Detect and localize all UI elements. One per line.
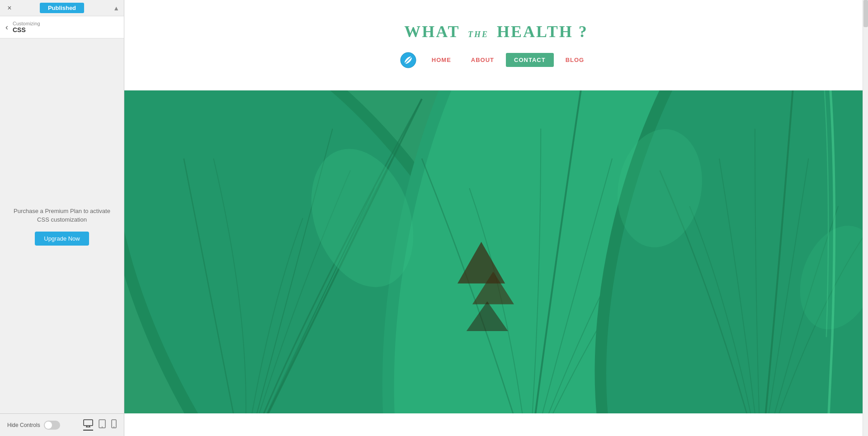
nav-about[interactable]: ABOUT xyxy=(463,53,502,67)
nav-home[interactable]: HOME xyxy=(424,53,459,67)
back-button[interactable]: ‹ xyxy=(5,23,8,32)
mobile-view-button[interactable] xyxy=(111,419,117,431)
logo-health: Health xyxy=(497,23,573,41)
customizing-info: Customizing CSS xyxy=(13,21,40,33)
scrollbar[interactable] xyxy=(863,0,868,436)
site-header: What the Health ? HOME ABOUT CONTACT BLO… xyxy=(124,0,868,90)
premium-message: Purchase a Premium Plan to activate CSS … xyxy=(9,207,115,224)
nav-bar: HOME ABOUT CONTACT BLOG xyxy=(400,52,592,68)
customizing-section: ‹ Customizing CSS xyxy=(0,16,124,38)
css-label: CSS xyxy=(13,26,40,33)
logo-question: ? xyxy=(579,23,588,41)
device-icons xyxy=(83,419,117,431)
preview-area: What the Health ? HOME ABOUT CONTACT BLO… xyxy=(124,0,868,436)
logo-what: What xyxy=(404,23,460,41)
site-logo: What the Health ? xyxy=(404,22,588,41)
svg-point-5 xyxy=(102,427,103,427)
svg-rect-0 xyxy=(84,420,93,426)
leaf-svg xyxy=(124,90,868,413)
nav-logo-icon xyxy=(400,52,416,68)
hide-controls-section: Hide Controls xyxy=(7,421,60,430)
close-button[interactable]: × xyxy=(5,3,14,13)
hide-controls-toggle[interactable] xyxy=(44,421,60,430)
hero-image xyxy=(124,90,868,413)
left-panel: × Published ▲ ‹ Customizing CSS Purchase… xyxy=(0,0,124,436)
nav-contact[interactable]: CONTACT xyxy=(506,53,554,67)
nav-blog[interactable]: BLOG xyxy=(557,53,593,67)
bottom-bar: Hide Controls xyxy=(0,413,124,436)
upgrade-now-button[interactable]: Upgrade Now xyxy=(35,232,89,246)
scrollbar-thumb[interactable] xyxy=(863,0,868,27)
desktop-view-button[interactable] xyxy=(83,419,93,431)
logo-the: the xyxy=(468,30,489,39)
customizing-label: Customizing xyxy=(13,21,40,26)
published-badge: Published xyxy=(40,3,84,13)
top-bar: × Published ▲ xyxy=(0,0,124,16)
premium-section: Purchase a Premium Plan to activate CSS … xyxy=(0,38,124,413)
hide-controls-label: Hide Controls xyxy=(7,422,40,428)
svg-point-7 xyxy=(113,427,114,427)
scroll-up-button[interactable]: ▲ xyxy=(113,5,119,12)
tablet-view-button[interactable] xyxy=(99,419,106,431)
